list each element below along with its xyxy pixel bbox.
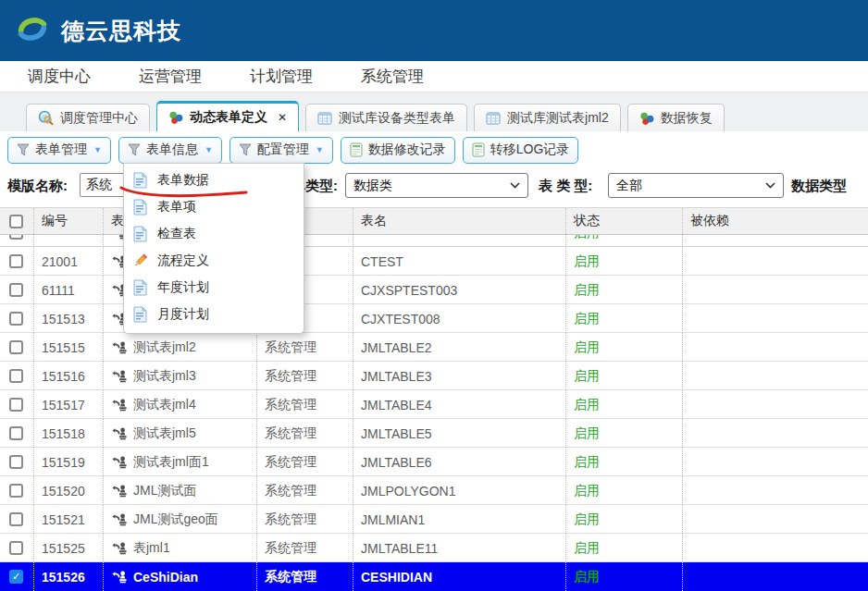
cell-status: 启用 — [566, 276, 683, 304]
menu-item[interactable]: 流程定义 — [124, 247, 304, 274]
status-badge: 启用 — [574, 483, 600, 499]
menu-item[interactable]: 检查表 — [124, 220, 304, 247]
table-row[interactable]: 151516 测试表jml3 — [0, 362, 868, 390]
stamp-icon — [111, 484, 127, 499]
cell-depended — [683, 476, 868, 505]
menu-item-label: 年度计划 — [157, 279, 209, 296]
cell-form-name: CeShiDian — [104, 562, 257, 591]
pencil-icon — [132, 252, 148, 269]
cell-id: 151517 — [34, 390, 104, 419]
cell-module: 系统管理 — [257, 448, 353, 476]
template-name-label: 模版名称: — [7, 178, 68, 195]
nav-item[interactable]: 计划管理 — [250, 66, 313, 87]
nav-item[interactable]: 调度中心 — [28, 66, 91, 87]
tab[interactable]: 调度管理中心 — [26, 104, 150, 131]
table-row[interactable]: 151526 CeShiDian — [0, 562, 868, 591]
row-checkbox[interactable] — [9, 570, 23, 584]
cell-table-name: CESHIDIAN — [353, 562, 566, 591]
row-checkbox[interactable] — [9, 235, 23, 240]
select-all-checkbox[interactable] — [9, 215, 23, 228]
menu-item[interactable]: 表单数据 — [124, 166, 304, 193]
tab[interactable]: 动态表单定义 ✕ — [156, 101, 299, 131]
table-row[interactable]: 151515 测试表jml2 — [0, 333, 868, 362]
cell-status: 启用 — [566, 247, 683, 276]
stamp-icon — [111, 340, 127, 355]
cell-id: 151521 — [34, 505, 104, 534]
form-doc-icon — [132, 199, 148, 215]
form-doc-icon — [132, 172, 148, 189]
menu-item[interactable]: 年度计划 — [124, 274, 304, 301]
row-checkbox[interactable] — [9, 312, 23, 326]
status-badge: 启用 — [574, 540, 600, 557]
row-checkbox[interactable] — [9, 254, 23, 268]
row-checkbox[interactable] — [9, 512, 23, 526]
toolbar-button-label: 转移LOG记录 — [490, 142, 570, 158]
toolbar-button[interactable]: 数据修改记录 — [341, 137, 455, 164]
cell-depended — [683, 419, 868, 448]
cell-depended — [683, 235, 868, 247]
table-row[interactable]: 151520 JML测试面 系 — [0, 476, 868, 505]
search-globe-icon — [38, 110, 54, 126]
cell-depended — [683, 390, 868, 419]
table-row[interactable]: 151521 JML测试geo面 — [0, 505, 868, 534]
tab[interactable]: 测试库设备类型表单 — [305, 104, 467, 131]
app-window: 德云思科技 调度中心 运营管理 计划管理 系统管理 — [0, 0, 868, 591]
nav-item[interactable]: 系统管理 — [361, 66, 424, 87]
menu-item[interactable]: 月度计划 — [124, 301, 304, 327]
tab-label: 测试库设备类型表单 — [339, 110, 455, 127]
stamp-icon — [111, 541, 127, 556]
cell-depended — [683, 505, 868, 534]
main-nav: 调度中心 运营管理 计划管理 系统管理 — [0, 61, 868, 92]
cell-depended — [683, 362, 868, 390]
row-checkbox[interactable] — [9, 398, 23, 412]
close-icon[interactable]: ✕ — [278, 111, 287, 124]
shapes-icon — [168, 110, 183, 125]
cell-depended — [683, 247, 868, 276]
row-checkbox[interactable] — [9, 484, 23, 498]
tab[interactable]: 数据恢复 — [627, 104, 725, 131]
tab-label: 动态表单定义 — [190, 109, 267, 126]
toolbar-button[interactable]: 配置管理 ▼ — [229, 137, 333, 164]
row-checkbox[interactable] — [9, 541, 23, 555]
cell-form-name: 表jml1 — [104, 534, 257, 562]
cell-module: 系统管理 — [257, 476, 353, 505]
table-row[interactable]: 151517 测试表jml4 — [0, 390, 868, 419]
funnel-icon — [17, 143, 30, 157]
toolbar-button[interactable]: 转移LOG记录 — [463, 137, 579, 164]
cell-form-name: 测试表jml5 — [104, 419, 257, 448]
row-checkbox[interactable] — [9, 426, 23, 440]
table-row[interactable]: 151525 表jml1 系统 — [0, 534, 868, 562]
form-doc-icon — [132, 279, 148, 296]
form-doc-icon — [132, 226, 148, 242]
cell-status: 启用 — [566, 505, 683, 534]
cell-module: 系统管理 — [257, 505, 353, 534]
nav-item[interactable]: 运营管理 — [139, 66, 202, 87]
cell-status: 启用 — [566, 562, 683, 591]
cell-table-name: JMLTABLE3 — [353, 362, 566, 390]
cell-module: 系统管理 — [257, 333, 353, 362]
table-row[interactable]: 151518 测试表jml5 — [0, 419, 868, 448]
cell-status: 启用 — [566, 534, 683, 562]
toolbar: 表单管理 ▼ — [0, 133, 868, 166]
table-type-select[interactable]: 全部 — [608, 173, 784, 198]
table-type-selected-value: 全部 — [616, 178, 642, 194]
cell-table-name: CJXSPTEST003 — [353, 276, 566, 304]
cell-module: 系统管理 — [257, 390, 353, 419]
form-type-select[interactable]: 数据类 — [345, 173, 528, 198]
table-row[interactable]: 151519 测试表jml面1 — [0, 448, 868, 476]
toolbar-button[interactable]: 表单管理 ▼ — [7, 137, 111, 164]
tab[interactable]: 测试库测试表jml2 — [474, 104, 621, 131]
row-checkbox[interactable] — [9, 340, 23, 354]
tab-label: 数据恢复 — [661, 110, 713, 127]
menu-item[interactable]: 表单项 — [124, 193, 304, 220]
row-checkbox[interactable] — [9, 283, 23, 297]
row-checkbox[interactable] — [9, 369, 23, 383]
menu-item-label: 月度计划 — [157, 306, 209, 323]
nav-item-label: 调度中心 — [28, 68, 91, 85]
cell-status: 启用 — [566, 448, 683, 476]
toolbar-button[interactable]: 表单信息 ▼ — [118, 137, 222, 164]
status-badge: 启用 — [574, 397, 600, 413]
cell-form-name: 测试表jml2 — [104, 333, 257, 362]
row-checkbox[interactable] — [9, 455, 23, 469]
cell-status: 启用 — [566, 235, 683, 247]
